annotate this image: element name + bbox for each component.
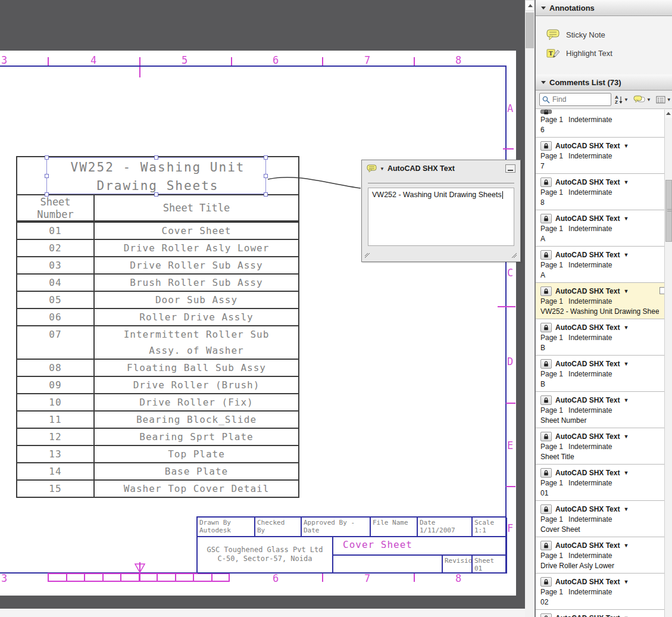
comment-title[interactable]: AutoCAD SHX Text (555, 287, 620, 295)
chevron-down-icon[interactable]: ▼ (623, 543, 629, 549)
comment-title[interactable]: AutoCAD SHX Text (555, 505, 620, 513)
main-vertical-scrollbar[interactable] (525, 0, 535, 617)
comment-item[interactable]: AutoCAD SHX Text ▼ Page 1Indeterminate A (536, 247, 672, 283)
options-button[interactable]: ▼ (655, 95, 672, 105)
comment-item[interactable]: AutoCAD SHX Text ▼ Page 1Indeterminate C… (536, 501, 672, 537)
comment-item[interactable]: AutoCAD SHX Text ▼ Page 1Indeterminate S… (536, 392, 672, 428)
comment-value[interactable]: A (540, 235, 659, 244)
chevron-down-icon[interactable]: ▼ (623, 579, 629, 585)
selection-handle[interactable] (264, 155, 268, 160)
lock-icon[interactable] (540, 177, 552, 187)
scroll-up-button[interactable] (525, 0, 535, 11)
selection-handle[interactable] (45, 155, 49, 160)
comment-value[interactable]: 01 (540, 489, 659, 498)
selection-handle[interactable] (154, 192, 158, 197)
comment-item[interactable]: AutoCAD SHX Text ▼ Page 1Indeterminate D… (536, 537, 672, 574)
horizontal-scrollbar-track[interactable] (0, 609, 525, 617)
scroll-up-button[interactable] (665, 110, 672, 118)
minimize-button[interactable] (505, 164, 515, 173)
comment-value[interactable]: VW252 - Washing Unit Drawing Sheets (540, 307, 659, 316)
lock-icon[interactable] (540, 613, 552, 617)
lock-icon[interactable] (540, 214, 552, 223)
filter-comments-button[interactable]: ▼ (632, 94, 652, 105)
comment-item[interactable]: AutoCAD SHX Text ▼ Page 1Indeterminate 0… (536, 574, 672, 610)
lock-icon[interactable] (540, 504, 552, 514)
chevron-down-icon[interactable]: ▼ (623, 252, 629, 258)
resize-grip[interactable] (364, 252, 371, 258)
comment-title[interactable]: AutoCAD SHX Text (555, 614, 620, 617)
scrollbar-thumb[interactable] (665, 180, 672, 242)
find-input[interactable] (552, 95, 611, 104)
lock-icon[interactable] (540, 323, 552, 332)
comment-title[interactable]: AutoCAD SHX Text (555, 396, 620, 404)
comment-value[interactable]: A (540, 271, 659, 280)
lock-icon[interactable] (540, 468, 552, 478)
lock-icon[interactable] (540, 577, 552, 587)
comment-value[interactable]: 6 (540, 126, 659, 135)
lock-icon[interactable] (540, 286, 552, 296)
comment-title[interactable]: AutoCAD SHX Text (555, 142, 620, 150)
comment-title[interactable]: AutoCAD SHX Text (555, 578, 620, 586)
comment-value[interactable]: 8 (540, 198, 659, 207)
comment-item[interactable]: AutoCAD SHX Text ▼ Page 1Indeterminate B (536, 319, 672, 356)
sticky-note-tool[interactable]: Sticky Note (536, 26, 672, 44)
chevron-down-icon[interactable]: ▼ (623, 506, 629, 512)
sort-comments-button[interactable]: A Z ▼ (614, 94, 630, 105)
chevron-down-icon[interactable]: ▼ (623, 325, 629, 331)
chevron-down-icon[interactable]: ▼ (623, 615, 629, 617)
selection-handle[interactable] (264, 174, 268, 178)
comment-item[interactable]: AutoCAD SHX Text ▼ Page 1Indeterminate B (536, 356, 672, 392)
annotation-selection-rect[interactable] (46, 157, 266, 194)
selection-handle[interactable] (45, 192, 49, 197)
popup-header[interactable]: ▼ AutoCAD SHX Text (362, 160, 520, 177)
comment-value[interactable]: Sheet Title (540, 453, 659, 462)
annotation-popup[interactable]: ▼ AutoCAD SHX Text VW252 - Washing Unit … (361, 160, 521, 262)
comment-title[interactable]: AutoCAD SHX Text (555, 432, 620, 441)
comment-value[interactable]: B (540, 344, 659, 353)
comment-item[interactable]: AutoCAD SHX Text ▼ Page 1Indeterminate V… (536, 283, 672, 319)
find-box[interactable] (539, 93, 611, 106)
comment-value[interactable]: B (540, 380, 659, 389)
lock-icon[interactable] (540, 395, 552, 405)
comment-title[interactable]: AutoCAD SHX Text (555, 323, 620, 332)
lock-icon[interactable] (540, 432, 552, 441)
chevron-down-icon[interactable]: ▼ (623, 288, 629, 294)
comments-list-header[interactable]: Comments List (73) (536, 74, 672, 91)
comment-title[interactable]: AutoCAD SHX Text (555, 541, 620, 550)
lock-icon[interactable] (540, 141, 552, 151)
comment-item[interactable]: AutoCAD SHX Text ▼ Page 1Indeterminate 7 (536, 138, 672, 174)
comment-item[interactable]: AutoCAD SHX Text ▼ Page 1Indeterminate D… (536, 610, 672, 617)
popup-text-area[interactable]: VW252 - Washing Unit Drawing Sheets (368, 188, 514, 246)
lock-icon[interactable] (540, 110, 552, 114)
highlight-text-tool[interactable]: T Highlight Text (536, 44, 672, 63)
comment-item[interactable]: AutoCAD SHX Text ▼ Page 1Indeterminate 6 (536, 110, 672, 138)
comment-title[interactable]: AutoCAD SHX Text (555, 469, 620, 477)
selection-handle[interactable] (264, 192, 268, 197)
chevron-down-icon[interactable]: ▼ (623, 470, 629, 476)
chevron-down-icon[interactable]: ▼ (623, 361, 629, 367)
chevron-down-icon[interactable]: ▼ (380, 166, 385, 172)
comment-value[interactable]: Cover Sheet (540, 525, 659, 534)
comment-value[interactable]: Sheet Number (540, 416, 659, 425)
selection-handle[interactable] (154, 155, 158, 160)
comments-scrollbar[interactable] (664, 110, 672, 617)
comment-item[interactable]: AutoCAD SHX Text ▼ Page 1Indeterminate 0… (536, 465, 672, 501)
chevron-down-icon[interactable]: ▼ (623, 143, 629, 149)
comment-title[interactable]: AutoCAD SHX Text (555, 251, 620, 259)
scrollbar-thumb[interactable] (526, 13, 534, 48)
chevron-down-icon[interactable]: ▼ (623, 397, 629, 403)
chevron-down-icon[interactable]: ▼ (623, 179, 629, 185)
chevron-down-icon[interactable]: ▼ (623, 216, 629, 222)
comment-title[interactable]: AutoCAD SHX Text (555, 214, 620, 223)
selection-handle[interactable] (45, 174, 49, 178)
chevron-down-icon[interactable]: ▼ (623, 434, 629, 440)
comment-title[interactable]: AutoCAD SHX Text (555, 178, 620, 186)
comment-value[interactable]: Drive Roller Asly Lower (540, 562, 659, 571)
comment-title[interactable]: AutoCAD SHX Text (555, 360, 620, 368)
resize-grip[interactable] (511, 252, 518, 258)
comment-item[interactable]: AutoCAD SHX Text ▼ Page 1Indeterminate 8 (536, 174, 672, 210)
lock-icon[interactable] (540, 250, 552, 260)
comment-item[interactable]: AutoCAD SHX Text ▼ Page 1Indeterminate S… (536, 428, 672, 465)
lock-icon[interactable] (540, 359, 552, 369)
lock-icon[interactable] (540, 541, 552, 550)
